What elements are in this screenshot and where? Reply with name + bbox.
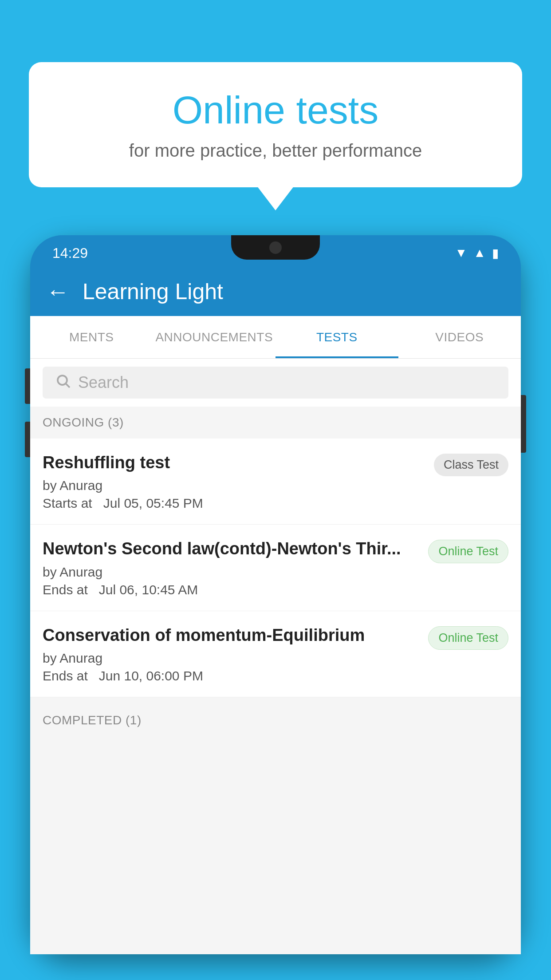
completed-section-header: COMPLETED (1) xyxy=(30,704,521,736)
svg-point-0 xyxy=(58,375,67,385)
tab-bar: MENTS ANNOUNCEMENTS TESTS VIDEOS xyxy=(30,316,521,359)
power-button[interactable] xyxy=(521,395,526,453)
bubble-title: Online tests xyxy=(64,89,487,132)
test-badge-newtons: Online Test xyxy=(428,540,508,563)
ongoing-title: ONGOING (3) xyxy=(43,415,124,429)
battery-icon: ▮ xyxy=(492,246,499,261)
phone-notch xyxy=(231,235,320,260)
signal-icon: ▲ xyxy=(473,246,486,260)
tab-videos[interactable]: VIDEOS xyxy=(398,316,521,358)
test-badge-reshuffling: Class Test xyxy=(434,454,508,476)
test-info-conservation: Conservation of momentum-Equilibrium by … xyxy=(43,624,419,684)
tab-tests[interactable]: TESTS xyxy=(276,316,398,358)
back-button[interactable]: ← xyxy=(46,278,69,305)
volume-up-button[interactable] xyxy=(25,368,30,404)
test-item-conservation[interactable]: Conservation of momentum-Equilibrium by … xyxy=(30,611,521,697)
search-bar[interactable]: Search xyxy=(43,367,508,399)
phone-frame: 14:29 ▼ ▲ ▮ ← Learning Light MENTS ANNOU… xyxy=(30,235,521,954)
wifi-icon: ▼ xyxy=(455,246,468,260)
tab-ments-label: MENTS xyxy=(69,330,114,344)
test-list: Reshuffling test by Anurag Starts at Jul… xyxy=(30,439,521,697)
search-icon xyxy=(55,373,71,393)
ongoing-section-header: ONGOING (3) xyxy=(30,407,521,439)
test-item-reshuffling[interactable]: Reshuffling test by Anurag Starts at Jul… xyxy=(30,439,521,525)
tab-tests-label: TESTS xyxy=(316,330,358,344)
tab-videos-label: VIDEOS xyxy=(435,330,484,344)
test-badge-conservation: Online Test xyxy=(428,626,508,650)
app-title: Learning Light xyxy=(83,279,223,304)
test-author-conservation: by Anurag xyxy=(43,651,419,666)
volume-down-button[interactable] xyxy=(25,422,30,457)
svg-line-1 xyxy=(66,383,70,387)
test-name-reshuffling: Reshuffling test xyxy=(43,452,425,474)
screen-content: Search ONGOING (3) Reshuffling test by A… xyxy=(30,359,521,954)
search-container: Search xyxy=(30,359,521,407)
test-info-reshuffling: Reshuffling test by Anurag Starts at Jul… xyxy=(43,452,425,511)
test-time-newtons: Ends at Jul 06, 10:45 AM xyxy=(43,582,419,597)
test-item-newtons[interactable]: Newton's Second law(contd)-Newton's Thir… xyxy=(30,525,521,611)
test-info-newtons: Newton's Second law(contd)-Newton's Thir… xyxy=(43,538,419,597)
completed-title: COMPLETED (1) xyxy=(43,713,142,727)
tab-announcements[interactable]: ANNOUNCEMENTS xyxy=(153,316,276,358)
speech-bubble-container: Online tests for more practice, better p… xyxy=(29,62,522,187)
search-placeholder: Search xyxy=(78,373,129,392)
status-icons: ▼ ▲ ▮ xyxy=(455,246,499,261)
test-time-reshuffling: Starts at Jul 05, 05:45 PM xyxy=(43,496,425,511)
bubble-subtitle: for more practice, better performance xyxy=(64,141,487,161)
tab-announcements-label: ANNOUNCEMENTS xyxy=(155,330,273,344)
app-bar: ← Learning Light xyxy=(30,267,521,316)
status-time: 14:29 xyxy=(52,245,88,261)
test-author-newtons: by Anurag xyxy=(43,565,419,580)
speech-bubble: Online tests for more practice, better p… xyxy=(29,62,522,187)
test-name-newtons: Newton's Second law(contd)-Newton's Thir… xyxy=(43,538,419,560)
test-time-conservation: Ends at Jun 10, 06:00 PM xyxy=(43,668,419,684)
phone-wrapper: 14:29 ▼ ▲ ▮ ← Learning Light MENTS ANNOU… xyxy=(30,235,521,980)
test-author-reshuffling: by Anurag xyxy=(43,478,425,493)
front-camera xyxy=(269,241,282,254)
tab-ments[interactable]: MENTS xyxy=(30,316,153,358)
test-name-conservation: Conservation of momentum-Equilibrium xyxy=(43,624,419,646)
